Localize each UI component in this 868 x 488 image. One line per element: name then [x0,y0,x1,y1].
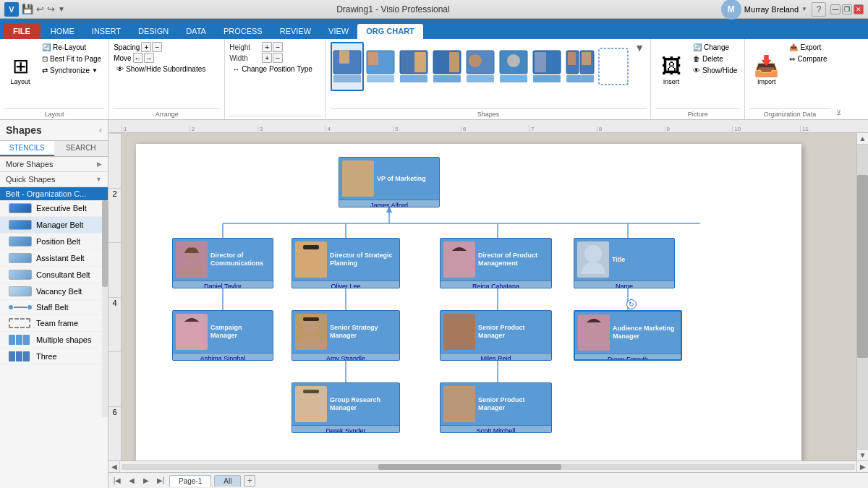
vscroll-thumb[interactable] [857,175,868,358]
belt-item-manager[interactable]: Manager Belt [0,217,108,234]
more-shapes-header[interactable]: More Shapes ▶ [0,157,108,172]
spacing-plus[interactable]: + [141,42,151,52]
move-right[interactable]: → [144,53,154,63]
tab-data[interactable]: DATA [177,24,215,39]
export-button[interactable]: 📤 Export [786,42,830,53]
hscroll-right-btn[interactable]: ▶ [856,461,868,473]
quick-access-dropdown[interactable]: ▼ [58,5,65,13]
vscrollbar[interactable]: ▲ ▼ [856,133,868,461]
height-minus[interactable]: − [273,42,283,52]
showhide-picture-button[interactable]: 👁 Show/Hide [690,65,740,76]
shape-belt-8[interactable] [563,42,597,91]
hscrollbar: ◀ ▶ [109,461,868,472]
org-node-title-name[interactable]: Title Name [574,238,675,288]
page-add-button[interactable]: + [244,475,255,487]
synchronize-button[interactable]: ⇄ Synchronize ▼ [39,65,104,76]
quick-access-undo[interactable]: ↩ [36,4,44,14]
bestfit-button[interactable]: ⊡ Best Fit to Page [39,53,104,64]
tab-design[interactable]: DESIGN [129,24,177,39]
vscroll-down-btn[interactable]: ▼ [857,449,868,461]
tab-orgchart[interactable]: ORG CHART [357,24,423,39]
shape-belt-3[interactable] [397,42,430,91]
page-nav-next[interactable]: ▶ [140,476,152,484]
quick-shapes-header[interactable]: Quick Shapes ▼ [0,172,108,187]
insert-picture-button[interactable]: 🖼 Insert [655,42,687,100]
minimize-button[interactable]: — [830,4,841,14]
page-all-tab[interactable]: All [214,475,241,487]
rotate-handle[interactable]: ↻ [626,299,637,309]
shapes-strip-arrow-down[interactable]: ▼ [633,42,646,53]
shape-belt-5[interactable] [464,42,497,91]
shape-belt-2[interactable] [364,42,397,91]
org-node-audience[interactable]: Audience Marketing Manager Diane Forsyth [574,310,682,361]
layout-button[interactable]: ⊞ Layout [4,42,36,100]
tab-view[interactable]: VIEW [320,24,357,39]
ribbon-collapse-btn[interactable]: ⊻ [835,39,843,119]
org-node-senior-prod2[interactable]: Senior Product Manager Scott Mitchell [440,382,552,433]
delete-picture-button[interactable]: 🗑 Delete [690,53,740,64]
tab-insert[interactable]: INSERT [83,24,129,39]
user-dropdown-arrow[interactable]: ▼ [801,6,807,12]
tab-process[interactable]: PROCESS [215,24,271,39]
picture-group-label: Picture [655,108,740,118]
org-node-dir-strat[interactable]: Director of Strategic Planning Oliver Le… [292,238,400,288]
org-node-dir-prod[interactable]: Director of Product Management Reina Cab… [440,238,552,288]
org-node-dir-comm[interactable]: Director of Communications Daniel Taylor [172,238,273,288]
org-node-senior-prod[interactable]: Senior Product Manager Miles Reid [440,310,552,361]
changeposition-button[interactable]: ↔ Change Position Type [229,64,315,74]
width-plus[interactable]: + [262,53,272,63]
page-tab-1[interactable]: Page-1 [169,475,211,487]
width-row: Width + − [229,53,315,63]
width-minus[interactable]: − [273,53,283,63]
quick-access-save[interactable]: 💾 [22,4,33,14]
belt-item-three[interactable]: Three [0,348,108,365]
spacing-minus[interactable]: − [152,42,162,52]
hidesubs-button[interactable]: 👁 Show/Hide Subordinates [114,64,208,74]
shape-belt-7[interactable] [530,42,563,91]
belt-item-vacancy[interactable]: Vacancy Belt [0,283,108,300]
tab-file[interactable]: FILE [3,24,41,39]
tab-search[interactable]: SEARCH [54,141,109,156]
page-nav-prev[interactable]: ◀ [126,476,137,484]
move-left[interactable]: ← [133,53,143,63]
hscroll-thumb[interactable] [378,464,562,470]
page-nav-first[interactable]: |◀ [111,476,123,484]
belt-item-executive[interactable]: Executive Belt [0,200,108,217]
height-plus[interactable]: + [262,42,272,52]
belt-item-consultant[interactable]: Consultant Belt [0,267,108,283]
restore-button[interactable]: ❐ [842,4,852,14]
tab-home[interactable]: HOME [42,24,83,39]
vp-info: VP of Marketing [374,175,426,183]
drawing-canvas[interactable]: VP of Marketing James Alford [122,133,856,461]
relayout-button[interactable]: 🔄 Re-Layout [39,42,104,53]
belt-item-position[interactable]: Position Belt [0,234,108,250]
shape-belt-1[interactable] [331,42,364,91]
tab-stencils[interactable]: STENCILS [0,141,54,156]
scroll-thumb-v[interactable] [102,200,108,287]
compare-button[interactable]: ⇔ Compare [786,53,830,64]
campaign-avatar [176,314,208,350]
active-stencil[interactable]: Belt - Organization C... [0,187,108,200]
shape-belt-4[interactable] [430,42,464,91]
shape-belt-6[interactable] [497,42,530,91]
org-node-campaign[interactable]: Campaign Manager Ashima Singhal [172,310,273,361]
shape-belt-9[interactable] [597,42,630,91]
hscroll-left-btn[interactable]: ◀ [109,461,120,473]
import-button[interactable]: 📥 Import [749,42,783,100]
vscroll-up-btn[interactable]: ▲ [857,133,868,145]
quick-access-redo[interactable]: ↪ [47,4,55,14]
change-picture-button[interactable]: 🔄 Change [690,42,740,53]
page-nav-last[interactable]: ▶| [155,476,166,484]
belt-item-staff[interactable]: Staff Belt [0,300,108,315]
org-node-senior-strat[interactable]: Senior Strategy Manager Amy Strandle [292,310,400,361]
belt-item-teamframe[interactable]: Team frame [0,315,108,332]
synchronize-dropdown[interactable]: ▼ [92,67,98,74]
org-node-vp[interactable]: VP of Marketing James Alford [339,157,440,207]
tab-review[interactable]: REVIEW [271,24,320,39]
belt-item-multiple[interactable]: Multiple shapes [0,332,108,348]
help-button[interactable]: ? [812,2,826,17]
org-node-group-res[interactable]: Group Research Manager Derek Synder [292,382,400,433]
belt-item-assistant[interactable]: Assistant Belt [0,250,108,267]
shapes-panel-collapse[interactable]: ‹ [99,125,102,135]
close-button[interactable]: ✕ [854,4,864,14]
